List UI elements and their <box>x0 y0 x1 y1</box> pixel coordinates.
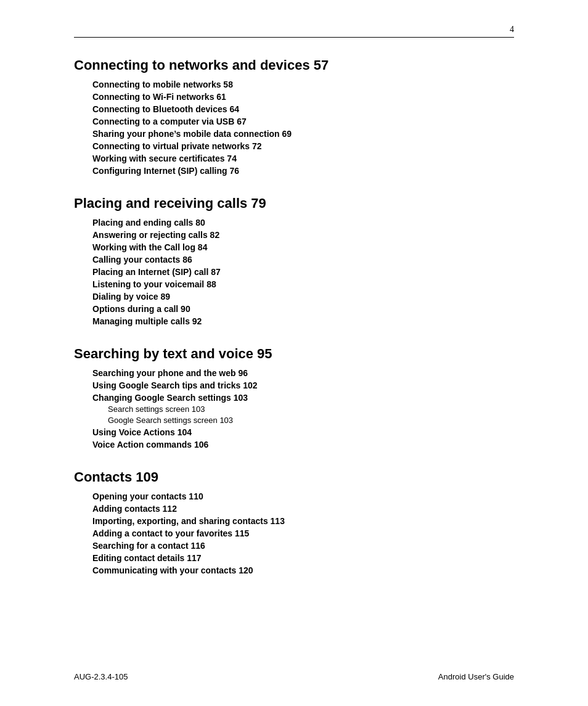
toc-item: Answering or rejecting calls 82 <box>92 230 514 240</box>
toc-item: Calling your contacts 86 <box>92 255 514 265</box>
toc-item: Editing contact details 117 <box>92 553 514 563</box>
top-rule <box>74 37 514 38</box>
toc-item: Working with secure certificates 74 <box>92 154 514 163</box>
toc-item: Sharing your phone’s mobile data connect… <box>92 129 514 139</box>
toc-item: Connecting to a computer via USB 67 <box>92 117 514 126</box>
footer-right: Android User's Guide <box>438 672 514 681</box>
toc-item: Communicating with your contacts 120 <box>92 565 514 575</box>
toc-item: Search settings screen 103 <box>108 404 514 414</box>
section-contacts: Contacts 109Opening your contacts 110Add… <box>74 469 514 575</box>
toc-item: Opening your contacts 110 <box>92 491 514 501</box>
toc-item: Searching for a contact 116 <box>92 541 514 551</box>
section-search: Searching by text and voice 95Searching … <box>74 346 514 449</box>
toc-item: Listening to your voicemail 88 <box>92 279 514 289</box>
footer-left: AUG-2.3.4-105 <box>74 672 128 681</box>
toc-item: Connecting to Bluetooth devices 64 <box>92 104 514 114</box>
toc-item: Google Search settings screen 103 <box>108 416 514 425</box>
toc-item: Importing, exporting, and sharing contac… <box>92 516 514 526</box>
page-container: 4 Connecting to networks and devices 57C… <box>0 0 588 706</box>
page-number: 4 <box>510 25 514 35</box>
toc-item: Dialing by voice 89 <box>92 292 514 302</box>
toc-item: Adding a contact to your favorites 115 <box>92 528 514 538</box>
section-heading-networks: Connecting to networks and devices 57 <box>74 57 514 73</box>
toc-item: Searching your phone and the web 96 <box>92 368 514 378</box>
toc-item: Using Voice Actions 104 <box>92 427 514 437</box>
toc-item: Changing Google Search settings 103 <box>92 393 514 403</box>
section-heading-contacts: Contacts 109 <box>74 469 514 485</box>
toc-item: Options during a call 90 <box>92 304 514 314</box>
toc-item: Connecting to virtual private networks 7… <box>92 141 514 151</box>
toc-item: Voice Action commands 106 <box>92 440 514 449</box>
toc-item: Managing multiple calls 92 <box>92 316 514 326</box>
sections-container: Connecting to networks and devices 57Con… <box>74 57 514 575</box>
toc-item: Adding contacts 112 <box>92 504 514 514</box>
section-calls: Placing and receiving calls 79Placing an… <box>74 195 514 326</box>
toc-item: Configuring Internet (SIP) calling 76 <box>92 166 514 176</box>
section-heading-calls: Placing and receiving calls 79 <box>74 195 514 211</box>
toc-item: Working with the Call log 84 <box>92 242 514 252</box>
toc-item: Using Google Search tips and tricks 102 <box>92 380 514 390</box>
toc-item: Connecting to Wi-Fi networks 61 <box>92 92 514 102</box>
toc-item: Placing an Internet (SIP) call 87 <box>92 267 514 277</box>
footer: AUG-2.3.4-105 Android User's Guide <box>74 672 514 681</box>
section-networks: Connecting to networks and devices 57Con… <box>74 57 514 176</box>
toc-item: Connecting to mobile networks 58 <box>92 80 514 89</box>
toc-item: Placing and ending calls 80 <box>92 218 514 228</box>
section-heading-search: Searching by text and voice 95 <box>74 346 514 362</box>
